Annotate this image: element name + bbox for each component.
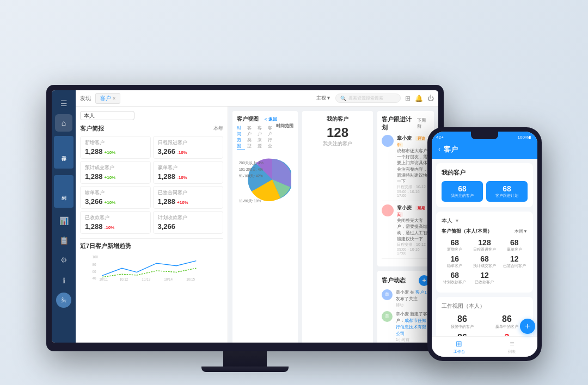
- phone-my-customer-section: 我的客户 68 我关注的客户 68 客户跟进计划: [436, 163, 533, 207]
- phone-title: 客户: [444, 145, 458, 154]
- stat-label-daily: 日程跟进客户: [158, 139, 219, 146]
- phone-work-section: 工作视图（本人） 86 预警中的客户 86 赢单中的客户 86: [436, 297, 533, 336]
- plan-time-1: 日程安排：10-12 09:00 - 10-16 17:00: [397, 184, 430, 197]
- phone-stat-received: 12 已收款客户: [471, 271, 498, 285]
- svg-text:10/13: 10/13: [142, 277, 150, 281]
- stat-value-daily: 3,266 -10%: [158, 147, 219, 156]
- phone-nav-work[interactable]: ⊞ 工作台: [454, 339, 465, 355]
- phone-fab-button[interactable]: +: [520, 319, 535, 334]
- plan-time-2: 日程安排：10-12 09:00 - 10-16 17:00: [397, 242, 430, 255]
- phone-stat-new-label: 新增客户: [442, 247, 468, 252]
- cv-tab-type[interactable]: 客户类型: [247, 125, 255, 150]
- stat-num-stable: 3,266: [85, 197, 103, 206]
- mobile-phone: 42+ 100%▮ ‹ 客户 我的客户 68: [427, 127, 542, 361]
- svg-text:10/14: 10/14: [164, 277, 173, 281]
- phone-stat-win-num: 68: [501, 238, 528, 247]
- search-box[interactable]: 🔍 搜索资源搜索搜索: [335, 94, 401, 103]
- cv-tab-time[interactable]: 时间范围: [237, 125, 245, 150]
- sidebar: ☰ ⌂ 工作台 列表 📊 📋 ⚙ ℹ 头: [52, 90, 76, 343]
- sidebar-menu-icon[interactable]: ☰: [55, 95, 72, 112]
- stat-stable: 输单客户 3,266 +10%: [80, 186, 151, 209]
- power-icon[interactable]: ⏻: [427, 95, 434, 102]
- plan-avatar-2: [382, 204, 394, 216]
- plan-content-2: 章小麦 延期天 关闭整完大客户，需要提高结构，通过人工智能建议快一下 日程安排：…: [397, 204, 430, 255]
- sidebar-tab-work[interactable]: 工作台: [54, 136, 74, 169]
- right-col: 客户跟进计划 下周前 章小麦 拜访中: [377, 111, 434, 343]
- stat-value-new: 1,288 +10%: [85, 147, 146, 156]
- phone-person-label[interactable]: 本人: [442, 217, 452, 225]
- person-filter-input[interactable]: [80, 111, 134, 120]
- follow-plan-label: 客户跟进计划: [382, 115, 417, 132]
- act-link-1[interactable]: 客户1: [415, 290, 426, 295]
- phone-btn-plan[interactable]: 68 客户跟进计划: [486, 181, 528, 202]
- stat-label-predict: 预计成交客户: [85, 164, 146, 171]
- phone-screen: 42+ 100%▮ ‹ 客户 我的客户 68: [432, 132, 537, 357]
- sidebar-info-icon[interactable]: ℹ: [55, 272, 72, 289]
- phone-notch: [471, 132, 498, 139]
- stats-grid: 新增客户 1,288 +10% 日程跟进客户: [80, 136, 223, 234]
- sidebar-settings-icon[interactable]: ⚙: [55, 251, 72, 269]
- sidebar-home-icon[interactable]: ⌂: [55, 114, 72, 132]
- phone-btn-row: 68 我关注的客户 68 客户跟进计划: [442, 181, 528, 202]
- cv-title-label: 客户视图: [237, 116, 259, 122]
- avatar[interactable]: 头: [56, 293, 71, 308]
- my-customers-title: 我的客户: [307, 115, 369, 123]
- phone-bottom-nav: ⊞ 工作台 ≡ 列表: [432, 336, 537, 357]
- tab-close-icon[interactable]: ×: [113, 96, 115, 101]
- cv-tab-industry[interactable]: 客户行业: [268, 125, 276, 150]
- phone-time: 42+: [436, 135, 444, 140]
- content-area: 客户简报 本年 新增客户 1,288 +10%: [76, 107, 438, 343]
- svg-text:10/11: 10/11: [99, 277, 108, 281]
- act-content-2: 章小麦 新建了客户：成都市任知行信息技术有限公司 1小时前: [396, 311, 430, 343]
- phone-stat-received-num: 12: [471, 271, 498, 280]
- act-avatar-2: 章: [382, 311, 393, 322]
- sidebar-tab-list[interactable]: 列表: [54, 175, 74, 208]
- plan-tag-2: 延期天: [397, 206, 425, 217]
- cv-tab-source[interactable]: 客户来源: [258, 125, 266, 150]
- view-select[interactable]: 主视▼: [316, 95, 331, 102]
- phone-nav-list-icon: ≡: [510, 339, 514, 348]
- plan-tag-1: 拜访中: [397, 136, 425, 147]
- stat-value-stable: 3,266 +10%: [85, 197, 146, 206]
- phone-brief-year[interactable]: 本周▼: [514, 228, 528, 234]
- stat-value-predict: 1,288 +10%: [85, 172, 146, 181]
- stat-label-stable: 输单客户: [85, 189, 146, 196]
- phone-person-row: 本人 ▼: [442, 217, 528, 225]
- phone-btn-follow-num: 68: [444, 184, 481, 193]
- activity-title: 客户动态 +: [382, 275, 430, 286]
- bell-icon[interactable]: 🔔: [415, 95, 423, 102]
- left-panel: 客户简报 本年 新增客户 1,288 +10%: [76, 107, 228, 343]
- phone-btn-follow-label: 我关注的客户: [444, 193, 481, 198]
- stat-value-win: 1,288 -10%: [158, 172, 219, 181]
- act-time-1: 辅助: [396, 302, 430, 308]
- phone-stat-predict-num: 68: [471, 254, 498, 263]
- stat-value-signed: 1,288 +10%: [158, 197, 219, 206]
- sidebar-file-icon[interactable]: 📋: [55, 232, 72, 249]
- phone-stat-signed-num: 12: [501, 254, 528, 263]
- phone-chevron-icon[interactable]: ▼: [455, 218, 460, 223]
- tab-customer[interactable]: 客户 ×: [95, 93, 120, 104]
- sidebar-chart-icon[interactable]: 📊: [55, 212, 72, 229]
- svg-text:60: 60: [92, 270, 96, 274]
- grid-icon[interactable]: ⊞: [405, 95, 411, 102]
- stat-label-received: 已收款客户: [85, 214, 146, 221]
- act-avatar-1: 章: [382, 289, 393, 300]
- svg-text:51-100天: 42%: 51-100天: 42%: [239, 174, 263, 178]
- phone-stat-signed-label: 已签合同客户: [501, 263, 528, 269]
- cv-back[interactable]: < 返回: [265, 117, 277, 122]
- stat-signed: 已签合同客户 1,288 +10%: [153, 186, 224, 209]
- act-link-2[interactable]: 成都市任知行信息技术有限公司: [396, 318, 426, 336]
- stat-change-win: -10%: [177, 175, 187, 180]
- follow-plan: 客户跟进计划 下周前 章小麦 拜访中: [377, 111, 434, 266]
- stat-change-signed: +10%: [177, 200, 188, 205]
- phone-nav-list[interactable]: ≡ 列表: [508, 339, 516, 355]
- stat-received: 已收款客户 1,288 -10%: [80, 211, 151, 234]
- year-badge: 本年: [213, 125, 223, 132]
- filter-row: [80, 111, 223, 120]
- stat-value-plan: 3,266: [158, 222, 219, 231]
- phone-stat-daily-label: 日程跟进客户: [471, 247, 498, 252]
- phone-btn-follow[interactable]: 68 我关注的客户: [442, 181, 483, 202]
- phone-stat-planpay: 68 计划收款客户: [442, 271, 468, 285]
- tab-discover[interactable]: 发现: [80, 95, 91, 102]
- phone-back-button[interactable]: ‹: [438, 146, 440, 153]
